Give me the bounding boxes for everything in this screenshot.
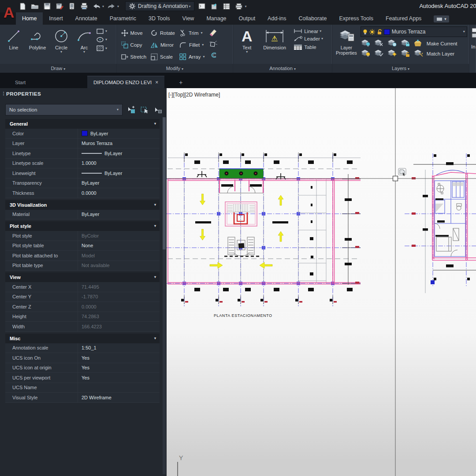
text-tool-button[interactable]: A Text ▾ [238,26,256,54]
property-row-ucs-per-viewport[interactable]: UCS per viewportYes [5,373,160,383]
layer-unisolate-button[interactable] [374,49,387,58]
undo-caret-icon[interactable]: ▾ [102,4,104,8]
layer-lock-button[interactable] [400,39,413,48]
property-value[interactable]: 71.4495 [78,282,160,292]
ribbon-tab-output[interactable]: Output [233,12,262,25]
ribbon-tab-express-tools[interactable]: Express Tools [333,12,379,25]
fillet-tool-button[interactable]: Fillet▾ [179,39,205,51]
table-button[interactable]: Table [293,44,323,50]
property-row-plot-table-attached-to[interactable]: Plot table attached toModel [5,251,160,261]
make-current-label[interactable]: Make Current [427,41,467,46]
toggle-pickadd-icon[interactable] [127,106,136,114]
property-value[interactable]: 2D Wireframe [78,393,160,402]
property-row-annotation-scale[interactable]: Annotation scale1:50_1 [5,343,160,353]
trim-tool-button[interactable]: Trim▾ [179,27,205,39]
ellipse-tool-button[interactable]: ▾ [96,37,107,43]
property-value[interactable]: Yes [78,353,160,363]
properties-palette-header[interactable]: ⁞ PROPERTIES [0,88,167,100]
stretch-tool-button[interactable]: Stretch [121,51,146,63]
rectangle-tool-button[interactable]: ▾ [96,28,107,34]
property-value[interactable]: 1:50_1 [78,343,160,353]
linear-dimension-button[interactable]: Linear▾ [293,28,323,34]
property-row-lineweight[interactable]: LineweightByLayer [5,168,160,178]
ribbon-tab-annotate[interactable]: Annotate [69,12,104,25]
property-value[interactable]: Muros Terraza [78,139,160,149]
modify-panel-footer[interactable]: Modify ▾ [117,64,233,73]
autocad-logo-icon[interactable]: A [1,1,17,24]
line-tool-button[interactable]: Line [3,26,25,50]
layer-unlock-button[interactable] [400,49,413,58]
plot-icon[interactable] [79,1,89,11]
dimension-tool-button[interactable]: Dimension [260,26,289,50]
tab-drawing[interactable]: DIPLOMADO ENZO LEVI × [87,76,164,88]
qat-overflow-caret-icon[interactable]: ▾ [245,4,246,8]
section-header-3d-visualization[interactable]: 3D Visualization▾ [5,200,160,210]
property-row-center-z[interactable]: Center Z0.0000 [5,302,160,312]
layers-panel-footer[interactable]: Layers ▾ [332,64,469,73]
sheet-set-icon[interactable] [222,1,231,11]
property-row-ucs-icon-on[interactable]: UCS icon OnYes [5,353,160,363]
property-value[interactable]: ByColor [78,231,160,241]
tab-close-icon[interactable]: × [155,79,158,86]
save-as-icon[interactable] [55,1,64,11]
ribbon-tab-3d-tools[interactable]: 3D Tools [142,12,176,25]
redo-icon[interactable] [107,1,116,11]
polyline-tool-button[interactable]: Polyline [26,26,48,50]
section-header-misc[interactable]: Misc▾ [5,334,160,343]
section-header-view[interactable]: View▾ [5,272,160,282]
tab-start[interactable]: Start [9,76,61,88]
property-value[interactable]: 0.0000 [78,302,160,312]
command-window-icon[interactable] [197,1,207,11]
property-row-plot-style-table[interactable]: Plot style tableNone [5,241,160,251]
property-row-material[interactable]: MaterialByLayer [5,210,160,220]
ribbon-tab-featured-apps[interactable]: Featured Apps [379,12,428,25]
property-row-width[interactable]: Width166.4223 [5,322,160,332]
quick-select-icon[interactable] [153,106,162,114]
match-layer-button[interactable] [413,49,427,58]
property-row-transparency[interactable]: TransparencyByLayer [5,178,160,189]
property-value[interactable]: ByLayer [78,178,160,188]
erase-tool-button[interactable] [209,28,218,38]
selection-dropdown[interactable]: No selection ▾ [5,104,123,115]
open-folder-icon[interactable] [30,1,40,11]
property-row-height[interactable]: Height74.2863 [5,312,160,322]
redo-caret-icon[interactable]: ▾ [117,4,119,8]
explode-tool-button[interactable] [209,41,218,49]
property-value[interactable] [78,383,160,393]
batch-plot-icon[interactable] [234,1,244,11]
ribbon-tab-parametric[interactable]: Parametric [104,12,142,25]
property-value[interactable]: 74.2863 [78,312,160,322]
move-tool-button[interactable]: Move [121,27,146,39]
property-row-plot-table-type[interactable]: Plot table typeNot available [5,261,160,271]
new-tab-button[interactable]: + [175,76,186,88]
scale-tool-button[interactable]: Scale [151,51,175,63]
new-file-icon[interactable] [18,1,27,11]
properties-toggle-icon[interactable] [209,1,219,11]
draw-panel-footer[interactable]: Draw ▾ [0,64,116,73]
layer-thaw-button[interactable] [387,49,400,58]
property-row-center-x[interactable]: Center X71.4495 [5,282,160,292]
make-current-button[interactable] [413,39,427,48]
property-value[interactable]: ByLayer [78,129,160,138]
ribbon-tab-insert[interactable]: Insert [43,12,69,25]
circle-tool-button[interactable]: Circle ▾ [50,26,72,54]
property-row-plot-style[interactable]: Plot styleByColor [5,231,160,241]
ribbon-tab-collaborate[interactable]: Collaborate [293,12,333,25]
web-save-icon[interactable] [67,1,77,11]
array-tool-button[interactable]: Array▾ [179,51,205,63]
property-row-center-y[interactable]: Center Y-1.7870 [5,292,160,302]
select-objects-icon[interactable] [140,106,149,114]
property-row-linetype-scale[interactable]: Linetype scale1.0000 [5,159,160,169]
rotate-tool-button[interactable]: Rotate [151,27,175,39]
property-row-ucs-name[interactable]: UCS Name [5,383,160,393]
palette-grip-icon[interactable]: ⁞ [3,91,4,97]
layer-properties-button[interactable]: Layer Properties [336,26,357,56]
drawing-canvas[interactable]: [-][Top][2D Wireframe] [167,88,476,476]
property-value[interactable]: None [78,241,160,251]
layer-isolate-button[interactable] [374,39,387,48]
property-value[interactable]: Yes [78,373,160,383]
workspace-switcher[interactable]: Drafting & Annotation ▾ [125,1,194,11]
overkill-tool-button[interactable] [209,52,218,60]
ribbon-tab-view[interactable]: View [176,12,201,25]
property-row-visual-style[interactable]: Visual Style2D Wireframe [5,393,160,403]
